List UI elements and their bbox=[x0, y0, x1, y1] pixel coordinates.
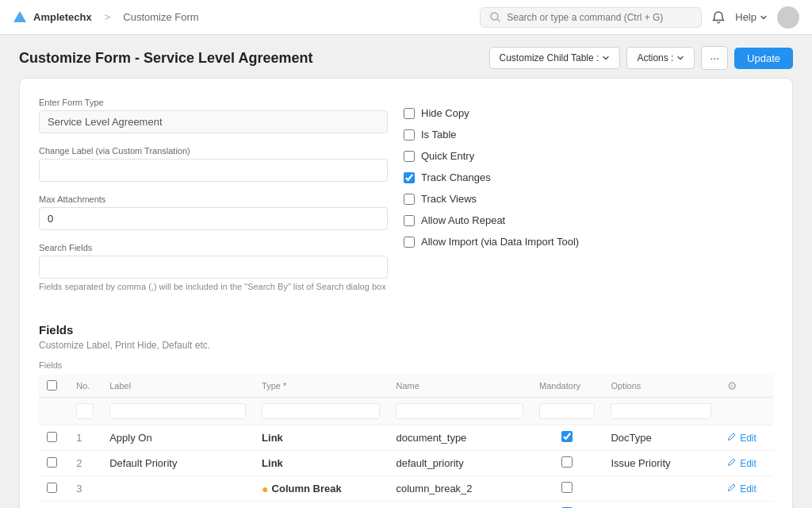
is-table-checkbox[interactable]: Is Table bbox=[404, 129, 773, 140]
enter-form-type-input[interactable] bbox=[39, 110, 388, 133]
filter-options[interactable] bbox=[611, 403, 711, 419]
filter-no[interactable] bbox=[76, 403, 94, 419]
quick-entry-checkbox[interactable]: Quick Entry bbox=[404, 150, 773, 162]
child-table-label: Customize Child Table : bbox=[500, 52, 599, 64]
pencil-icon bbox=[727, 433, 736, 442]
allow-import-input[interactable] bbox=[404, 237, 415, 248]
change-label-group: Change Label (via Custom Translation) bbox=[39, 146, 388, 182]
is-table-input[interactable] bbox=[404, 129, 415, 140]
logo-icon bbox=[13, 10, 27, 25]
track-changes-input[interactable] bbox=[404, 172, 415, 183]
customize-child-table-button[interactable]: Customize Child Table : bbox=[489, 47, 621, 69]
form-right-col: Hide Copy Is Table Quick Entry Track Cha… bbox=[404, 98, 773, 304]
select-all-checkbox[interactable] bbox=[47, 380, 57, 391]
brand[interactable]: Ampletechx bbox=[13, 10, 92, 25]
row-name: default_priority bbox=[388, 451, 531, 476]
track-views-input[interactable] bbox=[404, 194, 415, 205]
form-left-col: Enter Form Type Change Label (via Custom… bbox=[39, 98, 388, 304]
row-mandatory[interactable] bbox=[561, 431, 573, 442]
checkbox-group: Hide Copy Is Table Quick Entry Track Cha… bbox=[404, 101, 773, 248]
max-attachments-input[interactable] bbox=[39, 207, 388, 230]
chevron-down-icon bbox=[760, 13, 768, 21]
row-no: 2 bbox=[68, 451, 102, 476]
edit-button[interactable]: Edit bbox=[727, 483, 765, 495]
hide-copy-input[interactable] bbox=[404, 108, 415, 119]
row-label: Default Priority bbox=[102, 451, 254, 476]
enter-form-type-label: Enter Form Type bbox=[39, 98, 388, 107]
table-row: 4 Service Level Name Data service_level … bbox=[39, 502, 773, 509]
allow-import-checkbox[interactable]: Allow Import (via Data Import Tool) bbox=[404, 236, 773, 248]
search-fields-input[interactable] bbox=[39, 256, 388, 279]
svg-line-2 bbox=[497, 19, 500, 21]
page-header: Customize Form - Service Level Agreement… bbox=[0, 35, 812, 78]
search-bar[interactable] bbox=[480, 7, 702, 28]
header-actions: Customize Child Table : Actions : ··· Up… bbox=[489, 46, 793, 70]
fields-section-subtitle: Customize Label, Print Hide, Default etc… bbox=[39, 340, 773, 351]
row-mandatory[interactable] bbox=[561, 482, 573, 493]
row-checkbox[interactable] bbox=[47, 483, 57, 493]
search-fields-hint: Fields separated by comma (,) will be in… bbox=[39, 282, 388, 291]
actions-label: Actions : bbox=[637, 52, 673, 64]
track-views-checkbox[interactable]: Track Views bbox=[404, 193, 773, 205]
hide-copy-checkbox[interactable]: Hide Copy bbox=[404, 107, 773, 119]
row-mandatory[interactable] bbox=[561, 456, 573, 468]
max-attachments-group: Max Attachments bbox=[39, 194, 388, 230]
main-content: Enter Form Type Change Label (via Custom… bbox=[0, 78, 812, 508]
edit-button[interactable]: Edit bbox=[727, 458, 765, 469]
table-row: 2 Default Priority Link default_priority… bbox=[39, 451, 773, 476]
col-header-options: Options bbox=[603, 375, 719, 398]
row-type: Link bbox=[262, 457, 283, 469]
filter-mandatory[interactable] bbox=[539, 403, 595, 419]
brand-name: Ampletechx bbox=[33, 11, 92, 23]
filter-name[interactable] bbox=[396, 403, 523, 419]
actions-button[interactable]: Actions : bbox=[626, 47, 695, 69]
navbar-actions: Help bbox=[711, 6, 799, 29]
pencil-icon bbox=[727, 484, 736, 493]
page-title: Customize Form - Service Level Agreement bbox=[19, 50, 312, 67]
filter-label[interactable] bbox=[109, 403, 246, 419]
hide-copy-label: Hide Copy bbox=[421, 107, 469, 119]
more-options-button[interactable]: ··· bbox=[701, 46, 728, 70]
row-checkbox[interactable] bbox=[47, 432, 57, 442]
pencil-icon bbox=[727, 459, 736, 468]
row-options: DocType bbox=[603, 425, 719, 451]
track-views-label: Track Views bbox=[421, 193, 477, 205]
bell-icon[interactable] bbox=[711, 10, 726, 25]
fields-table: No. Label Type * Name Mandatory Options … bbox=[39, 375, 773, 508]
row-checkbox[interactable] bbox=[47, 457, 57, 468]
track-changes-checkbox[interactable]: Track Changes bbox=[404, 171, 773, 183]
navbar: Ampletechx > Customize Form Help bbox=[0, 0, 812, 35]
search-input[interactable] bbox=[507, 12, 691, 23]
row-label: Apply On bbox=[102, 425, 254, 451]
update-button[interactable]: Update bbox=[734, 48, 793, 69]
allow-auto-repeat-label: Allow Auto Repeat bbox=[421, 214, 505, 226]
edit-button[interactable]: Edit bbox=[727, 433, 765, 444]
avatar[interactable] bbox=[777, 6, 799, 29]
form-card: Enter Form Type Change Label (via Custom… bbox=[19, 78, 793, 508]
help-button[interactable]: Help bbox=[735, 11, 768, 23]
col-header-check bbox=[39, 375, 68, 398]
col-header-name: Name bbox=[388, 375, 531, 398]
row-no: 3 bbox=[68, 476, 102, 502]
filter-type[interactable] bbox=[262, 403, 380, 419]
dots-label: ··· bbox=[710, 52, 719, 64]
enter-form-type-group: Enter Form Type bbox=[39, 98, 388, 133]
col-header-mandatory: Mandatory bbox=[531, 375, 603, 398]
max-attachments-label: Max Attachments bbox=[39, 194, 388, 204]
fields-section: Fields Customize Label, Print Hide, Defa… bbox=[39, 323, 773, 508]
col-header-no: No. bbox=[68, 375, 102, 398]
quick-entry-input[interactable] bbox=[404, 151, 415, 162]
gear-icon[interactable]: ⚙ bbox=[727, 379, 737, 392]
col-header-label: Label bbox=[102, 375, 254, 398]
quick-entry-label: Quick Entry bbox=[421, 150, 474, 162]
form-layout: Enter Form Type Change Label (via Custom… bbox=[39, 98, 773, 304]
chevron-down-icon bbox=[602, 54, 610, 62]
search-fields-label: Search Fields bbox=[39, 243, 388, 252]
row-label bbox=[102, 476, 254, 502]
allow-auto-repeat-input[interactable] bbox=[404, 215, 415, 226]
row-name: service_level bbox=[388, 502, 531, 509]
change-label-input[interactable] bbox=[39, 159, 388, 182]
table-row: 1 Apply On Link document_type DocType Ed… bbox=[39, 425, 773, 451]
track-changes-label: Track Changes bbox=[421, 171, 491, 183]
allow-auto-repeat-checkbox[interactable]: Allow Auto Repeat bbox=[404, 214, 773, 226]
